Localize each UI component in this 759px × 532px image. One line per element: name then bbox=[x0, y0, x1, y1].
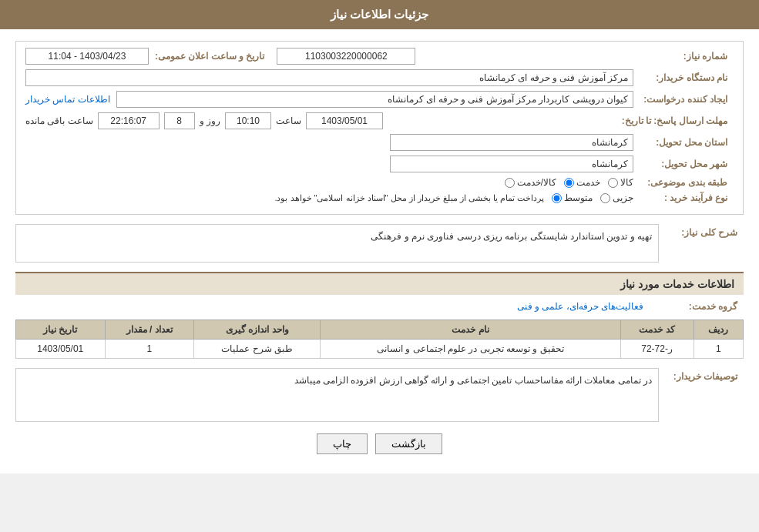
services-table-section: ردیف کد خدمت نام خدمت واحد اندازه گیری ت… bbox=[15, 320, 744, 359]
tabaqe-kala-label: کالا bbox=[620, 177, 633, 188]
description-section: توصیفات خریدار: در تمامی معاملات ارائه م… bbox=[15, 368, 744, 422]
noe-motevaset-label: متوسط bbox=[564, 192, 593, 203]
mohlat-rooz-value: 8 bbox=[164, 112, 195, 129]
shahr-value: کرمانشاه bbox=[390, 156, 633, 172]
sharh-content: تهیه و تدوین استاندارد شایستگی برنامه ری… bbox=[15, 224, 659, 263]
tabaqe-khedmat-item: خدمت bbox=[564, 177, 600, 188]
shomara-tarikh-row: شماره نیاز: 1103003220000062 تاریخ و ساع… bbox=[25, 48, 734, 65]
ijad-row: ایجاد کننده درخواست: کیوان درویشی کاربرد… bbox=[25, 91, 734, 108]
content-area: شماره نیاز: 1103003220000062 تاریخ و ساع… bbox=[0, 29, 759, 473]
shahr-label: شهر محل تحویل: bbox=[633, 159, 734, 169]
mohlat-rooz-label: روز و bbox=[200, 115, 220, 126]
col-name: نام خدمت bbox=[321, 320, 620, 340]
noe-motevaset-item: متوسط bbox=[552, 192, 593, 203]
description-content-wrapper: در تمامی معاملات ارائه مفاساحساب تامین ا… bbox=[15, 368, 659, 422]
tabaqe-khedmat-label: خدمت bbox=[576, 177, 600, 188]
cell-unit: طبق شرح عملیات bbox=[193, 340, 320, 359]
cell-radif: 1 bbox=[694, 340, 743, 359]
tarikh-value: 1403/04/23 - 11:04 bbox=[25, 48, 149, 65]
mohlat-saat-value: 10:10 bbox=[225, 112, 271, 129]
sharh-section: شرح کلی نیاز: تهیه و تدوین استاندارد شای… bbox=[15, 224, 744, 263]
mohlat-remaining-label: ساعت باقی مانده bbox=[25, 115, 93, 126]
tabaqe-khedmat-radio[interactable] bbox=[564, 178, 574, 188]
col-date: تاریخ نیاز bbox=[16, 320, 106, 340]
mohlat-remaining-value: 22:16:07 bbox=[98, 112, 160, 129]
tabaqe-kala-khedmat-item: کالا/خدمت bbox=[505, 177, 556, 188]
nam-dastgah-value: مرکز آموزش فنی و حرفه ای کرمانشاه bbox=[25, 69, 633, 86]
print-button[interactable]: چاپ bbox=[317, 433, 368, 454]
tarikh-label: تاریخ و ساعت اعلان عمومی: bbox=[155, 51, 270, 62]
mohlat-date: 1403/05/01 bbox=[306, 112, 383, 129]
sharh-content-wrapper: تهیه و تدوین استاندارد شایستگی برنامه ری… bbox=[15, 224, 659, 263]
main-container: جزئیات اطلاعات نیاز شماره نیاز: 11030032… bbox=[0, 0, 759, 473]
page-title: جزئیات اطلاعات نیاز bbox=[331, 8, 428, 21]
back-button[interactable]: بازگشت bbox=[375, 433, 442, 454]
description-content: در تمامی معاملات ارائه مفاساحساب تامین ا… bbox=[15, 368, 659, 422]
col-unit: واحد اندازه گیری bbox=[193, 320, 320, 340]
ijad-label: ایجاد کننده درخواست: bbox=[633, 94, 734, 105]
noe-jozi-radio[interactable] bbox=[600, 193, 610, 203]
group-label: گروه خدمت: bbox=[643, 301, 744, 312]
noe-jozi-item: جزیی bbox=[600, 192, 633, 203]
cell-count: 1 bbox=[105, 340, 193, 359]
nam-dastgah-row: نام دستگاه خریدار: مرکز آموزش فنی و حرفه… bbox=[25, 69, 734, 86]
nam-dastgah-label: نام دستگاه خریدار: bbox=[633, 72, 734, 83]
ostan-row: استان محل تحویل: کرمانشاه bbox=[25, 134, 734, 151]
ijad-value: کیوان درویشی کاربردار مرکز آموزش فنی و ح… bbox=[116, 91, 633, 108]
noe-motevaset-radio[interactable] bbox=[552, 193, 562, 203]
tabaqe-label: طبقه بندی موضوعی: bbox=[633, 177, 734, 188]
tabaqe-kala-khedmat-radio[interactable] bbox=[505, 178, 515, 188]
cell-code: ر-72-72 bbox=[620, 340, 694, 359]
khadamat-section-title: اطلاعات خدمات مورد نیاز bbox=[15, 272, 744, 295]
tabaqe-kala-khedmat-label: کالا/خدمت bbox=[517, 177, 556, 188]
page-header: جزئیات اطلاعات نیاز bbox=[0, 0, 759, 29]
group-value[interactable]: فعالیت‌های حرفه‌ای، علمی و فنی bbox=[517, 301, 643, 312]
services-table: ردیف کد خدمت نام خدمت واحد اندازه گیری ت… bbox=[15, 320, 744, 359]
tabaqe-row: طبقه بندی موضوعی: کالا خدمت کالا/خدمت bbox=[25, 177, 734, 188]
noe-row: نوع فرآیند خرید : جزیی متوسط پرداخت تمام… bbox=[25, 192, 734, 203]
col-radif: ردیف bbox=[694, 320, 743, 340]
shahr-row: شهر محل تحویل: کرمانشاه bbox=[25, 156, 734, 172]
mohlat-row: مهلت ارسال پاسخ: تا تاریخ: 1403/05/01 سا… bbox=[25, 112, 734, 129]
col-code: کد خدمت bbox=[620, 320, 694, 340]
bottom-buttons: بازگشت چاپ bbox=[15, 433, 744, 454]
ostan-label: استان محل تحویل: bbox=[633, 137, 734, 148]
col-count: تعداد / مقدار bbox=[105, 320, 193, 340]
tabaqe-kala-item: کالا bbox=[608, 177, 633, 188]
tabaqe-kala-radio[interactable] bbox=[608, 178, 618, 188]
noe-description: پرداخت تمام یا بخشی از مبلغ خریدار از مح… bbox=[274, 193, 544, 203]
cell-name: تحقیق و توسعه تجربی در علوم اجتماعی و ان… bbox=[321, 340, 620, 359]
group-row: گروه خدمت: فعالیت‌های حرفه‌ای، علمی و فن… bbox=[15, 301, 744, 312]
ostan-value: کرمانشاه bbox=[390, 134, 633, 151]
shomara-value: 1103003220000062 bbox=[277, 48, 415, 65]
shomara-label: شماره نیاز: bbox=[633, 51, 734, 62]
mohlat-label: مهلت ارسال پاسخ: تا تاریخ: bbox=[622, 115, 734, 126]
table-header-row: ردیف کد خدمت نام خدمت واحد اندازه گیری ت… bbox=[16, 320, 744, 340]
etela-link[interactable]: اطلاعات تماس خریدار bbox=[25, 94, 110, 105]
cell-date: 1403/05/01 bbox=[16, 340, 106, 359]
description-label: توصیفات خریدار: bbox=[667, 368, 744, 382]
noe-jozi-label: جزیی bbox=[613, 192, 633, 203]
noe-label: نوع فرآیند خرید : bbox=[633, 192, 734, 203]
table-row: 1 ر-72-72 تحقیق و توسعه تجربی در علوم اج… bbox=[16, 340, 744, 359]
top-info-section: شماره نیاز: 1103003220000062 تاریخ و ساع… bbox=[15, 41, 744, 215]
sharh-label: شرح کلی نیاز: bbox=[667, 224, 744, 238]
mohlat-saat-label: ساعت bbox=[276, 115, 301, 126]
tabaqe-radio-group: کالا خدمت کالا/خدمت bbox=[25, 177, 633, 188]
